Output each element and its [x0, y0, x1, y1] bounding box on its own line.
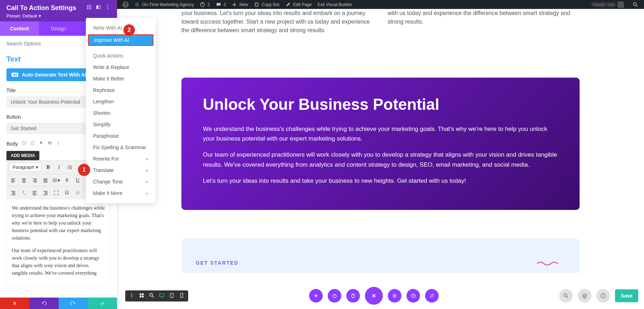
get-started-label: GET STARTED: [196, 260, 565, 266]
ai-lengthen[interactable]: Lengthen: [86, 96, 156, 107]
fullscreen-button[interactable]: [52, 189, 60, 197]
underline-button[interactable]: U: [74, 176, 82, 184]
ai-translate[interactable]: Translate▸: [86, 165, 156, 176]
align-left-button[interactable]: [9, 176, 17, 184]
outdent-button[interactable]: [42, 189, 49, 197]
ai-shorten[interactable]: Shorten: [86, 107, 156, 119]
save-check-button[interactable]: [88, 298, 117, 309]
ai-rephrase[interactable]: Rephrase: [86, 84, 156, 96]
edit-page[interactable]: Edit Page: [282, 2, 314, 8]
svg-rect-24: [69, 168, 72, 169]
tab-content[interactable]: Content: [0, 21, 39, 36]
more-vert-icon[interactable]: [56, 141, 61, 147]
history-button[interactable]: [406, 289, 420, 303]
svg-point-23: [68, 168, 68, 169]
svg-rect-38: [23, 182, 25, 183]
site-name[interactable]: On-Time Marketing Agency: [131, 2, 197, 8]
ai-change-tone[interactable]: Change Tone▸: [86, 176, 156, 187]
zoom-icon[interactable]: [149, 293, 155, 299]
indent-right-button[interactable]: [31, 189, 39, 197]
svg-point-18: [58, 144, 59, 144]
ai-make-more[interactable]: Make It More▸: [86, 187, 156, 199]
ai-write-header: Write With AI: [86, 22, 156, 34]
chevron-down-icon: ▾: [39, 13, 41, 19]
svg-point-21: [68, 167, 68, 167]
snap-icon[interactable]: [96, 4, 101, 12]
ai-simplify[interactable]: Simplify: [86, 119, 156, 130]
svg-rect-35: [22, 178, 26, 179]
hover-icon[interactable]: [39, 141, 44, 147]
desktop-view-icon[interactable]: [159, 293, 165, 299]
chevron-right-icon: ▸: [146, 179, 148, 185]
new-content[interactable]: New: [229, 2, 251, 8]
add-media-button[interactable]: ADD MEDIA: [6, 151, 39, 160]
close-button[interactable]: [365, 287, 383, 305]
add-button[interactable]: [309, 289, 323, 303]
discard-button[interactable]: [0, 298, 29, 309]
svg-point-61: [131, 293, 132, 294]
wp-logo[interactable]: [120, 2, 131, 8]
cta-title: Unlock Your Business Potential: [203, 95, 558, 113]
redo-button[interactable]: [59, 298, 88, 309]
phone-view-icon[interactable]: [179, 293, 185, 299]
ai-rewrite-for[interactable]: Rewrite For▸: [86, 153, 156, 165]
omega-button[interactable]: Ω: [63, 189, 71, 197]
portability-icon[interactable]: [86, 4, 92, 12]
svg-rect-39: [33, 178, 36, 179]
ai-write-replace[interactable]: Write & Replace: [86, 62, 156, 73]
ai-dropdown-menu: Write With AI Improve With AI Quick Acti…: [86, 18, 156, 203]
strike-button[interactable]: S: [63, 176, 71, 184]
help-icon[interactable]: ?: [21, 141, 26, 147]
power-button[interactable]: [328, 289, 341, 303]
updates[interactable]: 2: [197, 2, 213, 8]
align-center-button[interactable]: [20, 176, 28, 184]
save-button[interactable]: Save: [615, 289, 638, 302]
svg-rect-59: [45, 193, 47, 194]
undo-button[interactable]: [29, 298, 59, 309]
ai-quick-header: Quick Actions: [86, 50, 156, 62]
paragraph-select[interactable]: Paragraph ▾: [9, 163, 42, 172]
ai-make-better[interactable]: Make It Better: [86, 73, 156, 84]
exit-visual-builder[interactable]: Exit Visual Builder: [314, 2, 355, 7]
sort-button[interactable]: [425, 289, 439, 303]
tablet-icon[interactable]: [30, 141, 35, 147]
bold-button[interactable]: B: [44, 163, 52, 171]
ai-fix-spelling[interactable]: Fix Spelling & Grammar: [86, 142, 156, 153]
align-right-button[interactable]: [31, 176, 39, 184]
emoji-button[interactable]: ☺: [74, 189, 82, 197]
align-justify-button[interactable]: [42, 176, 49, 184]
italic-button[interactable]: I: [55, 163, 63, 171]
view-mode-group: [125, 290, 188, 301]
indent-left-button[interactable]: [9, 189, 17, 197]
svg-rect-46: [43, 182, 47, 183]
svg-rect-43: [43, 178, 47, 179]
more-icon[interactable]: [105, 4, 111, 12]
copy-this[interactable]: Copy this: [251, 2, 282, 8]
user-greeting[interactable]: Howdy User: [589, 1, 627, 8]
help-button[interactable]: ?: [596, 289, 610, 303]
layers-button[interactable]: [578, 289, 591, 303]
ai-improve-item[interactable]: Improve With AI: [88, 34, 153, 46]
gear-button[interactable]: [388, 289, 401, 303]
search-icon[interactable]: [630, 2, 641, 8]
table-button[interactable]: ▾: [52, 176, 60, 184]
wireframe-view-icon[interactable]: [139, 293, 145, 299]
tab-design[interactable]: Design: [39, 21, 78, 36]
svg-point-73: [394, 295, 395, 297]
ul-button[interactable]: [66, 163, 74, 171]
cta-module[interactable]: Unlock Your Business Potential We unders…: [181, 78, 580, 210]
undo-icon[interactable]: [47, 141, 52, 147]
more-vert-icon[interactable]: [129, 293, 135, 299]
ai-paraphrase[interactable]: Paraphrase: [86, 130, 156, 142]
svg-rect-55: [33, 193, 35, 194]
search-gray-button[interactable]: [559, 289, 573, 303]
clear-format-button[interactable]: T: [20, 189, 28, 197]
svg-point-16: [58, 141, 59, 142]
comments[interactable]: 2: [213, 2, 229, 8]
page-canvas: your business. Let's turn your ideas int…: [117, 9, 644, 309]
trash-button[interactable]: [346, 289, 360, 303]
body-editor[interactable]: We understand the business's challenges …: [6, 199, 111, 287]
chevron-right-icon: ▸: [146, 167, 148, 173]
tablet-view-icon[interactable]: [169, 293, 175, 299]
svg-point-62: [131, 295, 132, 295]
